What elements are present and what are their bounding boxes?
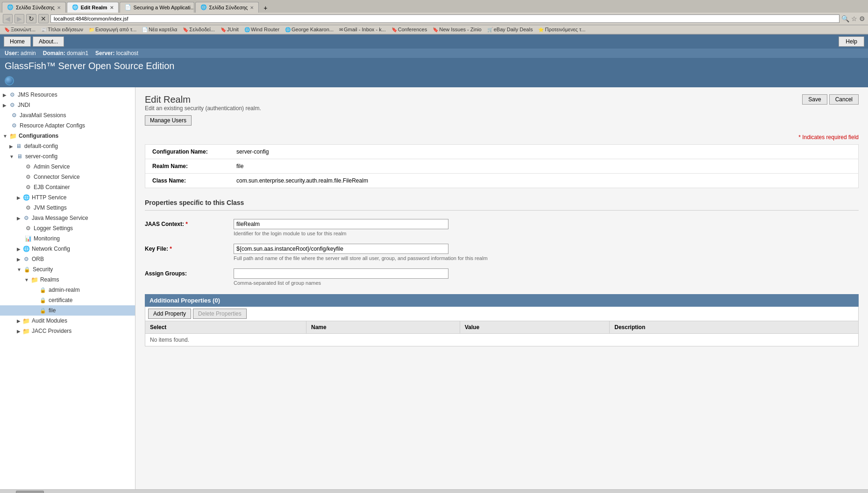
bookmark-conferences[interactable]: 🔖 Conferences	[389, 26, 429, 33]
bookmark-gmail[interactable]: ✉ Gmail - Inbox - k...	[337, 26, 388, 33]
tab-1[interactable]: 🌐 Σελίδα Σύνδεσης ✕	[2, 2, 66, 13]
star-icon[interactable]: ☆	[851, 15, 857, 22]
new-tab-button[interactable]: +	[260, 3, 271, 13]
sidebar-item-jvm-settings[interactable]: ⚙ JVM Settings	[0, 203, 135, 213]
table-row-no-items: No items found.	[145, 334, 859, 346]
sidebar-item-admin-service[interactable]: ⚙ Admin Service	[0, 162, 135, 172]
reload-button[interactable]: ↻	[26, 14, 36, 23]
tab-4[interactable]: 🌐 Σελίδα Σύνδεσης ✕	[195, 2, 259, 13]
sidebar-item-server-config[interactable]: ▼ 🖥 server-config	[0, 151, 135, 162]
add-property-button[interactable]: Add Property	[148, 309, 191, 319]
key-file-input[interactable]	[234, 244, 448, 254]
jndi-icon: ⚙	[8, 101, 16, 109]
sidebar-item-orb[interactable]: ▶ ⚙ ORB	[0, 254, 135, 264]
tab-label-1: Σελίδα Σύνδεσης	[16, 5, 55, 10]
tab-close-2[interactable]: ✕	[110, 5, 114, 10]
forward-button[interactable]: ▶	[14, 14, 24, 23]
sidebar-item-javamail[interactable]: ⚙ JavaMail Sessions	[0, 110, 135, 120]
properties-table: Select Name Value Description No items f…	[145, 321, 859, 346]
home-button[interactable]: Home	[4, 36, 31, 47]
user-info-bar: User: admin Domain: domain1 Server: loca…	[0, 49, 868, 58]
sidebar-item-http-service[interactable]: ▶ 🌐 HTTP Service	[0, 192, 135, 203]
sidebar-item-jms-resources[interactable]: ▶ ⚙ JMS Resources	[0, 90, 135, 100]
manage-users-button[interactable]: Manage Users	[145, 115, 192, 126]
search-icon[interactable]: 🔍	[841, 15, 849, 22]
tab-close-4[interactable]: ✕	[250, 5, 254, 10]
jaas-required-star: *	[185, 221, 188, 227]
sidebar-label-default-config: default-config	[24, 143, 58, 149]
sidebar-item-java-message-service[interactable]: ▶ ⚙ Java Message Service	[0, 213, 135, 223]
tab-close-1[interactable]: ✕	[57, 5, 61, 10]
sidebar-item-admin-realm[interactable]: 🔒 admin-realm	[0, 285, 135, 295]
bookmark-icon-gmail: ✉	[339, 27, 343, 32]
bookmark-1[interactable]: 🔖 Ξεκινώντ...	[2, 26, 38, 33]
sidebar-label-jndi: JNDI	[18, 102, 30, 108]
domain-label: Domain: domain1	[43, 50, 88, 56]
cancel-button[interactable]: Cancel	[829, 94, 859, 105]
bookmark-label-3: Εισαγωγή από τ...	[95, 27, 136, 32]
sidebar-item-jacc-providers[interactable]: ▶ 📁 JACC Providers	[0, 326, 135, 336]
bookmark-zinio[interactable]: 🔖 New Issues - Zinio	[430, 26, 484, 33]
sidebar-item-default-config[interactable]: ▶ 🖥 default-config	[0, 141, 135, 151]
additional-properties-section: Additional Properties (0) Add Property D…	[145, 294, 859, 346]
security-icon: 🔒	[23, 266, 31, 273]
about-button[interactable]: About...	[33, 36, 64, 47]
sidebar-item-logger-settings[interactable]: ⚙ Logger Settings	[0, 223, 135, 233]
sidebar-item-configurations[interactable]: ▼ 📁 Configurations	[0, 131, 135, 141]
save-button[interactable]: Save	[802, 94, 827, 105]
bookmark-label-conferences: Conferences	[398, 27, 427, 32]
sidebar-label-javamail: JavaMail Sessions	[20, 112, 66, 119]
tab-3[interactable]: 📄 Securing a Web Applicati... ✕	[120, 2, 194, 13]
sidebar-item-network-config[interactable]: ▶ 🌐 Network Config	[0, 244, 135, 254]
scroll-thumb[interactable]	[16, 491, 44, 493]
sidebar-item-file[interactable]: 🔒 file	[0, 305, 135, 316]
menu-icon[interactable]: ⚙	[859, 15, 865, 22]
sidebar-label-connector-service: Connector Service	[34, 174, 80, 180]
bookmark-3[interactable]: 📁 Εισαγωγή από τ...	[86, 26, 139, 33]
col-description: Description	[610, 321, 859, 334]
sidebar-item-ejb-container[interactable]: ⚙ EJB Container	[0, 182, 135, 192]
bookmark-ebay[interactable]: 🛒 eBay Daily Deals	[485, 26, 535, 33]
sidebar-item-resource-adapter[interactable]: ⚙ Resource Adapter Configs	[0, 120, 135, 131]
additional-props-toolbar: Add Property Delete Properties	[145, 307, 859, 321]
sidebar-label-logger-settings: Logger Settings	[34, 225, 73, 232]
assign-groups-input[interactable]	[234, 268, 448, 279]
bookmark-icon-5: 🔖	[183, 27, 188, 32]
sidebar-item-realms[interactable]: ▼ 📁 Realms	[0, 275, 135, 285]
tab-2[interactable]: 🌐 Edit Realm ✕	[67, 2, 119, 13]
app-loading-icon[interactable]	[5, 76, 14, 85]
sidebar-item-jndi[interactable]: ▶ ⚙ JNDI	[0, 100, 135, 110]
help-button[interactable]: Help	[839, 36, 864, 47]
sidebar-item-audit-modules[interactable]: ▶ 📁 Audit Modules	[0, 316, 135, 326]
bookmark-4[interactable]: 📄 Νέα καρτέλα	[140, 26, 179, 33]
horizontal-scrollbar[interactable]	[0, 489, 868, 493]
config-name-row: Configuration Name: server-config	[145, 144, 859, 159]
address-bar[interactable]	[50, 14, 840, 23]
bookmark-junit[interactable]: 🔖 JUnit	[218, 26, 241, 33]
bookmark-wind-router[interactable]: 🌐 Wind Router	[242, 26, 282, 33]
page-header: Edit Realm Edit an existing security (au…	[145, 94, 859, 131]
sidebar-label-http-service: HTTP Service	[32, 194, 66, 201]
tab-favicon-2: 🌐	[72, 4, 78, 11]
sidebar-item-connector-service[interactable]: ⚙ Connector Service	[0, 172, 135, 182]
app-title: GlassFish™ Server Open Source Edition	[5, 61, 175, 71]
back-button[interactable]: ◀	[3, 14, 13, 23]
sidebar-label-network-config: Network Config	[32, 246, 70, 252]
stop-button[interactable]: ✕	[38, 14, 49, 23]
bookmark-suggested[interactable]: ⭐ Προτεινόμενες τ...	[536, 26, 588, 33]
nav-bar: ◀ ▶ ↻ ✕ 🔍 ☆ ⚙	[0, 13, 868, 25]
sidebar-item-monitoring[interactable]: 📊 Monitoring	[0, 233, 135, 244]
sidebar-item-security[interactable]: ▼ 🔒 Security	[0, 264, 135, 275]
jaas-context-input[interactable]	[234, 219, 448, 229]
bookmark-george[interactable]: 🌐 George Kakaron...	[283, 26, 336, 33]
delete-properties-button[interactable]: Delete Properties	[193, 309, 247, 319]
bookmark-2[interactable]: 📰 Τίτλοι ειδήσεων	[39, 26, 85, 33]
bookmark-icon-3: 📁	[89, 27, 94, 32]
bookmark-5[interactable]: 🔖 Σελιδοδεί...	[180, 26, 217, 33]
expand-icon-security: ▼	[17, 267, 21, 272]
sidebar-item-certificate[interactable]: 🔒 certificate	[0, 295, 135, 305]
key-file-hint: Full path and name of the file where the…	[234, 255, 859, 261]
properties-section: Properties specific to this Class JAAS C…	[145, 195, 859, 289]
assign-groups-field-content: Comma-separated list of group names	[234, 268, 859, 286]
app-title-bar: GlassFish™ Server Open Source Edition	[0, 58, 868, 74]
